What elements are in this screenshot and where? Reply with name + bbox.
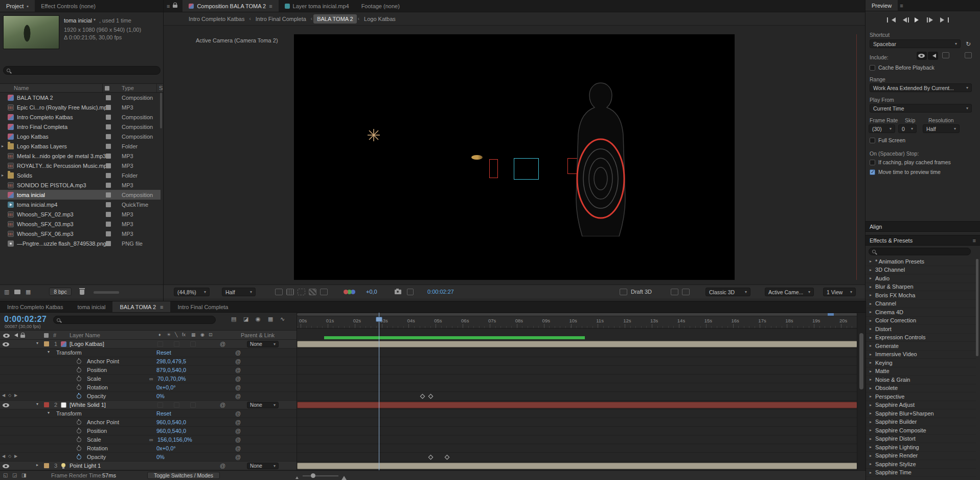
effects-category[interactable]: ▸ Blur & Sharpen xyxy=(865,283,976,292)
pick-whip-icon[interactable]: @ xyxy=(220,463,225,469)
hourglass-icon[interactable]: ◨ xyxy=(21,472,26,478)
composition-viewport[interactable] xyxy=(294,34,735,280)
file-name[interactable]: ROYALTY...tic Percussion Music.mp3 xyxy=(17,163,106,169)
tab-footage[interactable]: Footage (none) xyxy=(355,0,406,12)
property-value[interactable]: 70,0,70,0% xyxy=(157,376,186,382)
project-file-row[interactable]: Logo Katbas Layers Folder xyxy=(0,141,161,151)
scale-row[interactable]: Scale ∞ 70,0,70,0% @ xyxy=(0,375,297,383)
opacity-row[interactable]: ◀ ◇ ▶ Opacity 0% @ xyxy=(0,392,297,401)
keyframe-diamond[interactable] xyxy=(428,394,434,399)
play-button[interactable] xyxy=(915,17,921,23)
light-point-icon[interactable] xyxy=(367,128,380,142)
property-value[interactable]: 960,0,540,0 xyxy=(156,428,186,434)
constrain-link-icon[interactable]: ∞ xyxy=(149,437,153,443)
pick-whip-icon[interactable]: @ xyxy=(220,341,225,347)
project-file-row[interactable]: toma inicial Composition xyxy=(0,190,161,200)
parent-link-dropdown[interactable]: None▾ xyxy=(247,463,279,469)
timeline-zoom-track[interactable] xyxy=(303,475,338,476)
chevron-right-icon[interactable]: ▸ xyxy=(870,462,872,466)
layer-row-3[interactable]: ▸ 3 Point Light 1 @ None▾ xyxy=(0,462,297,470)
project-file-row[interactable]: toma inicial.mp4 QuickTime xyxy=(0,200,161,209)
group-expander[interactable]: ▾ xyxy=(48,350,50,354)
chevron-right-icon[interactable]: ▸ xyxy=(870,428,872,432)
stopwatch-icon[interactable] xyxy=(77,377,81,381)
chevron-right-icon[interactable]: ▸ xyxy=(870,310,872,314)
anchor-point-row[interactable]: Anchor Point 298,0,479,5 @ xyxy=(0,357,297,366)
file-name[interactable]: Whoosh_SFX_06.mp3 xyxy=(17,231,106,237)
effects-panel-header[interactable]: Effects & Presets ≡ xyxy=(865,235,980,246)
chevron-right-icon[interactable]: ▸ xyxy=(870,420,872,424)
effects-category[interactable]: ▸ Distort xyxy=(865,325,976,334)
chevron-right-icon[interactable]: ▸ xyxy=(870,394,872,399)
file-name[interactable]: Metal k...nido golpe de metal 3.mp3 xyxy=(17,153,106,159)
chevron-right-icon[interactable]: ▸ xyxy=(870,318,872,323)
previous-frame-button[interactable] xyxy=(900,17,909,23)
chevron-right-icon[interactable]: ▸ xyxy=(870,301,872,306)
group-expander[interactable]: ▾ xyxy=(48,410,50,415)
panel-menu-icon[interactable]: ≡ xyxy=(973,237,976,244)
switch-cell[interactable] xyxy=(174,402,179,408)
view-layout-dropdown[interactable]: 1 View▾ xyxy=(823,288,856,296)
draft-3d-icon[interactable]: ◪ xyxy=(243,316,248,322)
playhead-handle[interactable] xyxy=(376,317,382,322)
label-color-chip[interactable] xyxy=(106,222,111,227)
breadcrumb-item[interactable]: Intro Final Completa xyxy=(252,14,310,24)
panel-menu-icon[interactable]: ≡ xyxy=(167,3,170,9)
file-name[interactable]: Intro Completo Katbas xyxy=(17,114,106,120)
checkbox-box[interactable] xyxy=(870,138,875,143)
property-label[interactable]: Rotation xyxy=(87,445,108,451)
pick-whip-icon[interactable]: @ xyxy=(235,350,241,356)
folder-twirl-icon[interactable] xyxy=(2,173,8,178)
tab-layer[interactable]: Layer toma inicial.mp4 xyxy=(279,0,355,12)
timeline-tab[interactable]: Intro Completo Katbas ≡ xyxy=(0,301,70,312)
current-time-indicator[interactable] xyxy=(379,313,379,470)
property-label[interactable]: Anchor Point xyxy=(87,419,119,425)
transparency-grid-icon[interactable] xyxy=(309,289,316,295)
channels-icon[interactable] xyxy=(344,290,348,294)
timeline-zoom-thumb[interactable] xyxy=(311,473,315,478)
chevron-right-icon[interactable]: ▸ xyxy=(870,360,872,365)
project-file-row[interactable]: Whoosh_SFX_03.mp3 MP3 xyxy=(0,219,161,229)
include-video-chip[interactable] xyxy=(917,52,927,60)
layer-expander[interactable]: ▾ xyxy=(36,402,38,406)
project-search[interactable] xyxy=(3,66,161,75)
property-label[interactable]: Scale xyxy=(87,376,101,382)
include-overlays-icon[interactable] xyxy=(942,52,949,58)
next-frame-button[interactable] xyxy=(927,17,936,23)
property-label[interactable]: Opacity xyxy=(87,393,106,399)
effects-search[interactable] xyxy=(869,248,971,255)
timeline-tab[interactable]: toma inicial ≡ xyxy=(70,301,112,312)
add-keyframe-icon[interactable]: ◇ xyxy=(8,393,11,398)
pick-whip-icon[interactable]: @ xyxy=(235,419,241,425)
opacity-row[interactable]: ◀ ◇ ▶ Opacity 0% @ xyxy=(0,453,297,462)
stopwatch-icon[interactable] xyxy=(77,368,81,373)
effects-category[interactable]: ▸ Immersive Video xyxy=(865,351,976,359)
chevron-right-icon[interactable]: ▸ xyxy=(870,259,872,264)
color-depth-button[interactable]: 8 bpc xyxy=(49,288,72,296)
chevron-right-icon[interactable]: ▸ xyxy=(870,285,872,289)
toolbar-timecode[interactable]: 0:00:02:27 xyxy=(427,289,454,295)
time-navigator-bar[interactable] xyxy=(297,313,857,316)
label-color-chip[interactable] xyxy=(106,105,111,110)
pick-whip-icon[interactable]: @ xyxy=(235,454,241,460)
stopwatch-icon-active[interactable] xyxy=(77,455,81,460)
layer-bar-3[interactable] xyxy=(297,463,857,469)
layer-name[interactable]: [White Solid 1] xyxy=(70,402,106,408)
switch-cell[interactable] xyxy=(157,341,163,347)
label-color-chip[interactable] xyxy=(106,95,111,100)
panel-menu-icon[interactable]: ≡ xyxy=(160,304,163,310)
stopwatch-icon[interactable] xyxy=(77,429,81,433)
switch-cell[interactable] xyxy=(174,341,179,347)
file-name[interactable]: Epic Ci...ro (Royalty Free Music).mp3 xyxy=(17,104,106,111)
layer-visibility-toggle[interactable] xyxy=(3,464,9,468)
cache-before-playback-checkbox[interactable]: Cache Before Playback xyxy=(870,64,935,71)
pick-whip-icon[interactable]: @ xyxy=(235,376,241,382)
timeline-tab[interactable]: Intro Final Completa ≡ xyxy=(170,301,235,312)
timeline-search-input[interactable] xyxy=(63,317,212,323)
layer-name-column[interactable]: Layer Name xyxy=(70,332,100,338)
layer-name[interactable]: [Logo Katbas] xyxy=(70,341,104,347)
effects-category[interactable]: ▸ Sapphire Blur+Sharpen xyxy=(865,409,976,418)
property-label[interactable]: Opacity xyxy=(87,454,106,460)
file-name[interactable]: —Pngtre...uzzle flash_8749538.png xyxy=(17,241,106,247)
file-name[interactable]: Whoosh_SFX_02.mp3 xyxy=(17,211,106,217)
